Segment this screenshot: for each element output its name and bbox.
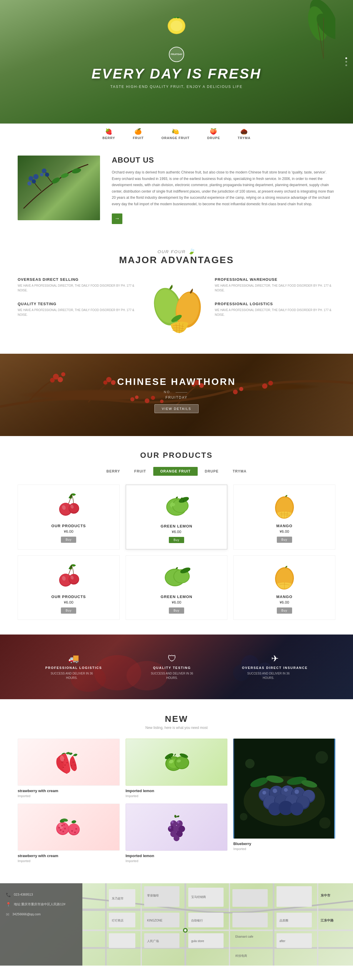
product-name-4: OUR PRODUCTS [24,595,113,599]
product-price-3: ¥6.00 [240,529,329,534]
svg-point-77 [61,762,63,763]
advantage-quality-title: QUALITY TESTING [18,302,138,306]
svg-text:品质圈: 品质圈 [280,919,288,922]
new-card-grapes-title: Imported lemon [126,854,228,858]
service-quality: 🛡 QUALITY TESTING SUCCESS AND DELIVER IN… [145,654,198,680]
svg-point-83 [73,762,74,763]
svg-point-17 [71,167,81,174]
svg-point-7 [171,21,182,31]
nav-fruit[interactable]: 🍊 FRUIT [133,128,144,140]
new-card-grapes-subtitle: Imported [126,859,228,863]
svg-point-94 [64,824,65,825]
product-buy-button-5[interactable]: Buy [169,608,184,614]
advantages-section: OUR FOUR 🍃 MAJOR ADVANTAGES OVERSEAS DIR… [0,236,353,354]
advantage-logistics: PROFESSIONAL LOGISTICS WE HAVE A PROFESS… [215,302,335,317]
mango-graphic [144,277,209,342]
truck-icon: 🚚 [45,653,102,663]
svg-text:人民广场: 人民广场 [147,939,159,943]
svg-point-13 [45,173,49,177]
service-insurance-desc: SUCCESS AND DELIVER IN 36 HOURS. [242,671,295,680]
new-subtitle: New listing, here is what you need most [18,725,335,730]
hero-subtitle: TASTE HIGH-END QUALITY FRUIT, ENJOY A DE… [110,85,243,89]
new-large-card-subtitle: Imported [233,847,335,851]
advantage-quality: QUALITY TESTING WE HAVE A PROFESSIONAL D… [18,302,138,317]
new-card-strawberry2-title: strawberry with cream [18,854,120,858]
product-image-mango [267,491,302,520]
hero-fruit-decoration [163,15,190,37]
product-buy-button-1[interactable]: Buy [61,537,76,543]
product-buy-button-3[interactable]: Buy [277,537,292,543]
slide-dot[interactable] [345,61,347,63]
nav-berry[interactable]: 🍓 BERRY [102,128,115,140]
nav-drupe[interactable]: 🍑 DRUPE [208,128,220,140]
main-navigation: 🍓 BERRY 🍊 FRUIT 🍋 ORANGE FRUIT 🍑 DRUPE 🌰… [0,124,353,144]
svg-point-25 [50,378,55,383]
tryma-icon: 🌰 [240,128,248,135]
hawthorn-view-details-button[interactable]: VIEW DETAILS [155,404,198,413]
product-buy-button-6[interactable]: Buy [277,608,292,614]
product-buy-button-2[interactable]: Buy [169,537,184,543]
svg-point-35 [145,398,149,403]
new-card-lemon-image [126,738,228,786]
product-price-5: ¥6.00 [132,600,222,605]
product-image-lemon [159,491,194,520]
product-name-5: GREEN LEMON [132,595,222,599]
svg-text:叮叮商店: 叮叮商店 [112,919,123,922]
svg-point-41 [268,381,273,385]
svg-point-80 [67,762,68,763]
svg-rect-178 [109,933,135,948]
advantage-logistics-title: PROFESSIONAL LOGISTICS [215,302,335,306]
product-card-5: GREEN LEMON ¥6.00 Buy [126,555,228,620]
advantage-warehouse-title: PROFESSIONAL WAREHOUSE [215,277,335,282]
product-image-mango2 [267,562,302,591]
svg-point-40 [262,383,267,389]
tab-orange-fruit[interactable]: ORANGE FRUIT [153,467,198,476]
slide-dot[interactable] [345,64,347,66]
hero-section: FRUITDAY EVERY DAY IS FRESH TASTE HIGH-E… [0,0,353,144]
svg-point-10 [33,174,38,179]
svg-point-9 [32,179,36,183]
plane-icon: ✈ [242,653,308,663]
product-name-1: OUR PRODUCTS [24,523,113,528]
new-card-lemon-subtitle: Imported [126,794,228,798]
new-card-strawberry-subtitle: Imported [18,794,120,798]
svg-point-157 [240,813,248,820]
svg-text:科技电商: 科技电商 [235,954,247,957]
about-arrow-button[interactable]: → [112,213,122,224]
tab-berry[interactable]: BERRY [99,467,127,476]
product-name-3: MANGO [240,523,329,528]
email-icon: ✉ [6,912,10,917]
services-banner: 🚚 PROFESSIONAL LOGISTICS SUCCESS AND DEL… [0,635,353,699]
drupe-icon: 🍑 [210,128,217,135]
svg-text:gula store: gula store [191,939,204,943]
new-card-strawberry-image [18,738,120,786]
fruit-icon: 🍊 [134,128,142,135]
svg-point-197 [184,929,187,931]
svg-point-28 [111,380,116,385]
tab-fruit[interactable]: FRUIT [127,467,153,476]
new-large-card-title: Blueberry [233,842,335,846]
slide-dot[interactable] [345,57,347,59]
svg-rect-171 [232,889,268,907]
hero-title: EVERY DAY IS FRESH [91,65,262,82]
hero-logo: FRUITDAY [169,47,184,62]
product-card-3: MANGO ¥6.00 Buy [233,485,335,550]
advantage-overseas-title: OVERSEAS DIRECT SELLING [18,277,138,282]
tab-tryma[interactable]: TRYMA [226,467,254,476]
hawthorn-title: CHINESE HAWTHORN [117,376,236,387]
product-price-4: ¥6.00 [24,600,113,605]
svg-point-12 [42,169,46,173]
svg-point-79 [64,764,65,766]
nav-tryma[interactable]: 🌰 TRYMA [238,128,251,140]
svg-point-131 [273,789,277,793]
new-middle-column: Imported lemon Imported [126,738,228,863]
svg-point-24 [58,377,63,382]
new-section: NEW New listing, here is what you need m… [0,699,353,883]
product-buy-button-4[interactable]: Buy [61,608,76,614]
nav-orange-fruit[interactable]: 🍋 ORANGE FRUIT [161,128,190,140]
product-image-cherry [51,491,86,520]
new-large-blueberry-card: Blueberry Imported [233,738,335,869]
svg-text:东乃超市: 东乃超市 [112,897,123,900]
tab-drupe[interactable]: DRUPE [198,467,226,476]
product-card-4: OUR PRODUCTS ¥6.00 Buy [18,555,120,620]
